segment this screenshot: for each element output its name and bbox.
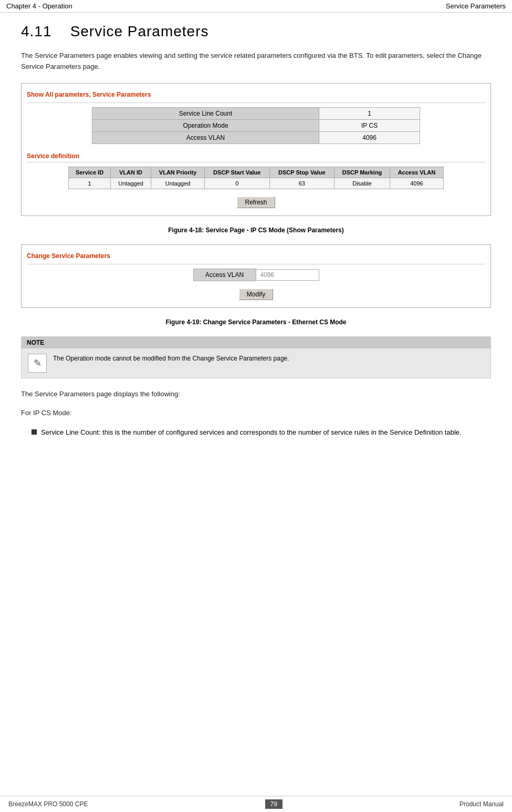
figure-18-caption: Figure 4-18: Service Page - IP CS Mode (… — [21, 227, 491, 234]
bullet-icon — [32, 429, 37, 435]
change-service-params-link[interactable]: Change Service Parameters — [22, 250, 490, 264]
footer-page-number: 79 — [265, 799, 283, 809]
note-box: NOTE ✎ The Operation mode cannot be modi… — [21, 336, 491, 378]
param-label-access-vlan: Access VLAN — [92, 131, 319, 143]
list-item: Service Line Count: this is the number o… — [32, 427, 491, 438]
figure-18-container: Show All parameters, Service Parameters … — [21, 83, 491, 216]
header-bar: Chapter 4 - Operation Service Parameters — [0, 0, 512, 13]
header-left: Chapter 4 - Operation — [6, 2, 72, 10]
cell-access-vlan: 4096 — [390, 178, 444, 189]
modify-button[interactable]: Modify — [239, 289, 273, 300]
chapter-heading: Service Parameters — [70, 23, 209, 39]
summary-params-table: Service Line Count 1 Operation Mode IP C… — [92, 107, 420, 144]
col-dscp-stop: DSCP Stop Value — [269, 167, 334, 178]
col-dscp-start: DSCP Start Value — [204, 167, 269, 178]
service-definition-label: Service definition — [22, 149, 490, 162]
col-dscp-marking: DSCP Marking — [334, 167, 390, 178]
col-vlan-id: VLAN ID — [110, 167, 151, 178]
param-label-service-line-count: Service Line Count — [92, 107, 319, 119]
access-vlan-row: Access VLAN 4096 — [22, 269, 490, 281]
modify-btn-container: Modify — [22, 285, 490, 302]
param-value-operation-mode: IP CS — [319, 119, 420, 131]
col-access-vlan: Access VLAN — [390, 167, 444, 178]
bullet-text-1: Service Line Count: this is the number o… — [41, 427, 462, 438]
cell-vlan-priority: Untagged — [151, 178, 204, 189]
note-text: The Operation mode cannot be modified fr… — [53, 354, 289, 363]
chapter-number: 4.11 — [21, 23, 52, 39]
col-service-id: Service ID — [69, 167, 110, 178]
access-vlan-label: Access VLAN — [193, 269, 256, 281]
note-label: NOTE — [27, 339, 44, 346]
body-text-1: The Service Parameters page displays the… — [21, 389, 491, 400]
figure-19-caption: Figure 4-19: Change Service Parameters -… — [21, 318, 491, 326]
cell-vlan-id: Untagged — [110, 178, 151, 189]
show-all-params-link[interactable]: Show All parameters, Service Parameters — [22, 89, 490, 102]
cell-dscp-marking: Disable — [334, 178, 390, 189]
table-row: Service Line Count 1 — [92, 107, 420, 119]
table-row: Operation Mode IP CS — [92, 119, 420, 131]
table-row: Access VLAN 4096 — [92, 131, 420, 143]
param-label-operation-mode: Operation Mode — [92, 119, 319, 131]
footer-right: Product Manual — [459, 800, 504, 808]
param-value-access-vlan: 4096 — [319, 131, 420, 143]
bullet-list: Service Line Count: this is the number o… — [32, 427, 491, 438]
table-row: 1 Untagged Untagged 0 63 Disable 4096 — [69, 178, 443, 189]
service-definition-table: Service ID VLAN ID VLAN Priority DSCP St… — [68, 167, 443, 189]
cell-dscp-stop: 63 — [269, 178, 334, 189]
note-header: NOTE — [22, 337, 490, 348]
footer: BreezeMAX PRO 5000 CPE 79 Product Manual — [0, 796, 512, 812]
note-pencil-icon: ✎ — [28, 354, 47, 373]
cell-dscp-start: 0 — [204, 178, 269, 189]
table-header-row: Service ID VLAN ID VLAN Priority DSCP St… — [69, 167, 443, 178]
refresh-btn-container: Refresh — [22, 193, 490, 210]
param-value-service-line-count: 1 — [319, 107, 420, 119]
chapter-title: 4.11 Service Parameters — [21, 23, 491, 40]
header-right: Service Parameters — [446, 2, 506, 10]
body-text-2: For IP CS Mode: — [21, 408, 491, 419]
col-vlan-priority: VLAN Priority — [151, 167, 204, 178]
main-content: 4.11 Service Parameters The Service Para… — [0, 13, 512, 465]
intro-paragraph: The Service Parameters page enables view… — [21, 50, 491, 73]
cell-service-id: 1 — [69, 178, 110, 189]
access-vlan-input-field[interactable]: 4096 — [256, 269, 319, 281]
figure-19-container: Change Service Parameters Access VLAN 40… — [21, 244, 491, 308]
footer-left: BreezeMAX PRO 5000 CPE — [8, 800, 88, 808]
refresh-button[interactable]: Refresh — [237, 197, 275, 208]
note-body: ✎ The Operation mode cannot be modified … — [22, 348, 490, 378]
